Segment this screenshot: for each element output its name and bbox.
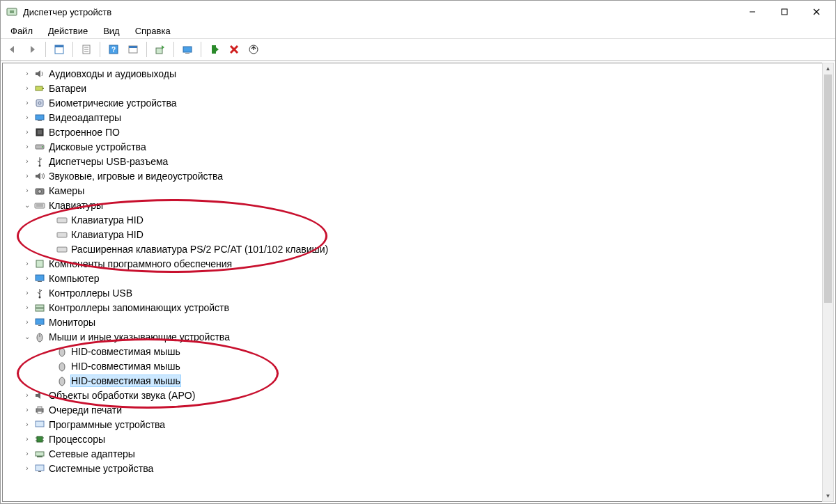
menu-view[interactable]: Вид [96,25,127,37]
menu-file[interactable]: Файл [3,25,40,37]
category-computer[interactable]: › Компьютер [8,271,822,285]
category-mice[interactable]: ⌄ Мыши и иные указывающие устройства [8,329,822,344]
display-adapter-icon [33,112,46,123]
category-firmware[interactable]: › Встроенное ПО [8,125,822,139]
svg-rect-42 [36,260,43,267]
chevron-right-icon[interactable]: › [22,127,32,137]
scan-hardware-button[interactable] [178,40,196,58]
minimize-button[interactable] [736,1,768,22]
chevron-right-icon[interactable]: › [22,303,32,313]
device-label: HID-совместимая мышь [71,346,180,357]
category-label: Сетевые адаптеры [49,448,135,459]
device-tree[interactable]: › Аудиовходы и аудиовыходы › Батареи › Б… [2,63,823,502]
category-software-devices[interactable]: › Программные устройства [8,417,822,432]
chevron-right-icon[interactable]: › [22,84,32,93]
menu-help[interactable]: Справка [128,25,178,37]
update-driver-button[interactable] [151,40,169,58]
category-software-components[interactable]: › Компоненты программного обеспечения [8,256,822,271]
toolbar-separator [45,42,46,57]
category-storage-controllers[interactable]: › Контроллеры запоминающих устройств [8,300,822,315]
category-label: Звуковые, игровые и видеоустройства [49,171,223,182]
device-mouse-hid[interactable]: · HID-совместимая мышь [8,344,822,359]
device-label: Расширенная клавиатура PS/2 PC/AT (101/1… [71,244,328,255]
category-usb-connector-managers[interactable]: › Диспетчеры USB-разъема [8,154,822,168]
chevron-right-icon[interactable]: › [22,288,32,298]
chevron-right-icon[interactable]: › [22,420,32,430]
category-print-queues[interactable]: › Очереди печати [8,402,822,417]
menu-action[interactable]: Действие [41,25,95,37]
chevron-right-icon[interactable]: › [22,434,32,444]
close-button[interactable] [800,1,833,22]
forward-button[interactable] [23,40,41,58]
chevron-right-icon[interactable]: › [22,142,32,152]
usb-icon [33,288,46,299]
chevron-right-icon[interactable]: › [22,98,32,108]
category-label: Встроенное ПО [49,127,120,138]
show-hide-tree-button[interactable] [50,40,68,58]
mouse-icon [56,375,68,386]
toolbar-separator [173,42,174,57]
device-keyboard-hid[interactable]: · Клавиатура HID [8,227,822,242]
svg-rect-27 [36,115,44,120]
category-label: Биометрические устройства [49,97,177,109]
device-keyboard-ps2[interactable]: · Расширенная клавиатура PS/2 PC/AT (101… [8,242,822,256]
chevron-right-icon[interactable]: › [22,464,32,473]
back-button[interactable] [3,40,22,58]
category-system-devices[interactable]: › Системные устройства [8,461,822,475]
category-usb-controllers[interactable]: › Контроллеры USB [8,285,822,300]
category-audio-io[interactable]: › Аудиовходы и аудиовыходы [8,66,822,81]
chevron-right-icon[interactable]: › [22,405,32,415]
chevron-right-icon[interactable]: › [22,259,32,269]
chevron-right-icon[interactable]: › [22,113,32,123]
chevron-right-icon[interactable]: › [22,391,32,400]
chevron-right-icon[interactable]: › [22,171,32,181]
disable-device-button[interactable] [245,40,263,58]
category-processors[interactable]: › Процессоры [8,432,822,446]
category-network-adapters[interactable]: › Сетевые адаптеры [8,446,822,461]
category-label: Видеоадаптеры [49,112,121,123]
content-area: › Аудиовходы и аудиовыходы › Батареи › Б… [1,61,835,503]
category-cameras[interactable]: › Камеры [8,183,822,198]
chevron-right-icon[interactable]: › [22,274,32,283]
vertical-scrollbar[interactable]: ▲ ▼ [822,63,834,502]
monitor-icon [33,317,46,328]
category-batteries[interactable]: › Батареи [8,81,822,95]
chevron-down-icon[interactable]: ⌄ [22,332,32,342]
chevron-down-icon[interactable]: ⌄ [22,200,32,210]
chevron-right-icon[interactable]: › [22,317,32,327]
chevron-right-icon[interactable]: › [22,186,32,196]
svg-point-54 [59,377,65,386]
help-button[interactable]: ? [104,40,123,58]
scrollbar-track[interactable] [823,74,833,490]
svg-rect-56 [38,407,42,409]
scroll-down-button[interactable]: ▼ [823,491,833,501]
device-keyboard-hid[interactable]: · Клавиатура HID [8,212,822,227]
category-label: Дисковые устройства [49,141,146,152]
category-biometric[interactable]: › Биометрические устройства [8,95,822,110]
category-apo[interactable]: › Объекты обработки звука (APO) [8,388,822,402]
chevron-right-icon[interactable]: › [22,157,32,166]
mouse-icon [33,331,46,342]
enable-device-button[interactable] [206,40,224,58]
category-sound-video-game[interactable]: › Звуковые, игровые и видеоустройства [8,168,822,183]
keyboard-icon [56,229,68,240]
category-monitors[interactable]: › Мониторы [8,315,822,329]
uninstall-device-button[interactable] [225,40,243,58]
chevron-right-icon[interactable]: › [22,449,32,459]
category-disk-drives[interactable]: › Дисковые устройства [8,139,822,154]
category-display-adapters[interactable]: › Видеоадаптеры [8,110,822,125]
svg-text:?: ? [111,46,116,54]
scroll-up-button[interactable]: ▲ [823,63,833,74]
svg-point-52 [59,348,65,356]
chevron-right-icon[interactable]: › [22,69,32,79]
device-mouse-hid-selected[interactable]: · HID-совместимая мышь [8,373,822,388]
category-keyboards[interactable]: ⌄ Клавиатуры [8,198,822,212]
device-mouse-hid[interactable]: · HID-совместимая мышь [8,359,822,373]
scrollbar-thumb[interactable] [824,74,832,303]
svg-point-53 [59,363,65,371]
action-button[interactable] [124,40,142,58]
maximize-button[interactable] [768,1,800,22]
properties-button[interactable] [77,40,95,58]
disk-icon [33,141,46,152]
device-label: HID-совместимая мышь [71,375,180,386]
